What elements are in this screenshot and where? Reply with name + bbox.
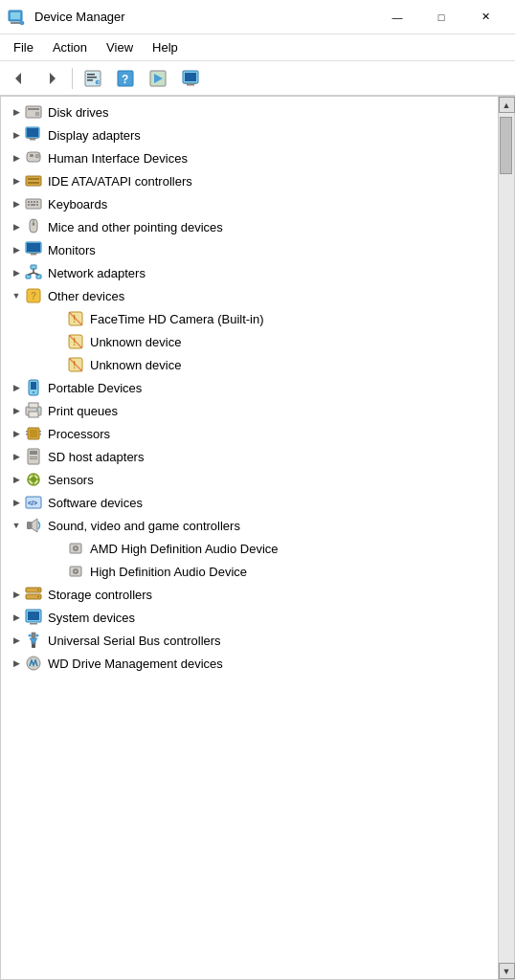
system-icon (24, 608, 43, 627)
tree-item-software-devices[interactable]: ▶</>Software devices (1, 491, 498, 514)
tree-item-monitors[interactable]: ▶Monitors (1, 238, 498, 261)
tree-item-sound-video[interactable]: ▼Sound, video and game controllers (1, 514, 498, 537)
svg-rect-76 (39, 431, 41, 433)
tree-item-print-queues[interactable]: ▶Print queues (1, 399, 498, 422)
scroll-down-arrow[interactable]: ▼ (499, 963, 515, 979)
expand-btn-usb-controllers[interactable]: ▶ (9, 633, 24, 648)
tree-item-portable-devices[interactable]: ▶Portable Devices (1, 376, 498, 399)
svg-point-67 (33, 391, 34, 393)
tree-item-unknown1[interactable]: !Unknown device (1, 330, 498, 353)
menu-file[interactable]: File (4, 36, 43, 58)
item-label-amd-audio: AMD High Definition Audio Device (90, 542, 279, 556)
scroll-up-arrow[interactable]: ▲ (499, 97, 515, 113)
tree-item-sensors[interactable]: ▶Sensors (1, 468, 498, 491)
expand-btn-processors[interactable]: ▶ (9, 426, 24, 441)
svg-rect-20 (26, 106, 41, 118)
device-tree[interactable]: ▶Disk drives▶Display adapters▶Human Inte… (1, 97, 498, 979)
expand-btn-sd-host[interactable]: ▶ (9, 449, 24, 464)
tree-item-wd-drive[interactable]: ▶WD Drive Management devices (1, 652, 498, 675)
processor-icon (24, 424, 43, 443)
svg-rect-38 (28, 204, 30, 206)
tree-item-storage-controllers[interactable]: ▶Storage controllers (1, 583, 498, 606)
collapse-btn-sound-video[interactable]: ▼ (9, 518, 24, 533)
usb-icon (24, 631, 43, 650)
svg-rect-75 (26, 434, 28, 435)
expand-btn-mice[interactable]: ▶ (9, 219, 24, 234)
svg-rect-1 (11, 12, 20, 19)
svg-rect-45 (27, 243, 40, 252)
tree-item-processors[interactable]: ▶Processors (1, 422, 498, 445)
scrollbar[interactable]: ▲ ▼ (498, 97, 514, 979)
expand-btn-print-queues[interactable]: ▶ (9, 403, 24, 418)
item-label-sd-host: SD host adapters (48, 450, 144, 464)
expand-btn-monitors[interactable]: ▶ (9, 242, 24, 257)
menu-bar: File Action View Help (0, 34, 515, 61)
monitor-icon (24, 240, 43, 259)
expand-btn-software-devices[interactable]: ▶ (9, 495, 24, 510)
tree-item-human-interface[interactable]: ▶Human Interface Devices (1, 146, 498, 169)
expand-btn-portable-devices[interactable]: ▶ (9, 380, 24, 395)
svg-point-101 (37, 596, 39, 598)
tree-item-system-devices[interactable]: ▶System devices (1, 606, 498, 629)
expand-btn-sensors[interactable]: ▶ (9, 472, 24, 487)
device-manager-icon-button[interactable] (175, 65, 206, 92)
svg-line-53 (34, 273, 39, 275)
scan-button[interactable] (143, 65, 173, 92)
tree-item-amd-audio[interactable]: AMD High Definition Audio Device (1, 537, 498, 560)
item-label-facetime: FaceTime HD Camera (Built-in) (90, 312, 264, 326)
expand-btn-system-devices[interactable]: ▶ (9, 610, 24, 625)
expand-btn-display-adapters[interactable]: ▶ (9, 127, 24, 143)
menu-help[interactable]: Help (143, 36, 188, 58)
tree-item-other-devices[interactable]: ▼?Other devices (1, 284, 498, 307)
svg-rect-28 (30, 154, 34, 157)
svg-rect-31 (28, 178, 39, 180)
tree-item-facetime[interactable]: !FaceTime HD Camera (Built-in) (1, 307, 498, 330)
svg-rect-21 (28, 108, 39, 110)
svg-point-97 (75, 570, 77, 572)
expand-btn-network-adapters[interactable]: ▶ (9, 265, 24, 280)
svg-rect-19 (185, 83, 196, 84)
network-icon (24, 263, 43, 282)
minimize-button[interactable]: — (375, 0, 419, 34)
tree-item-keyboards[interactable]: ▶Keyboards (1, 192, 498, 215)
svg-rect-48 (31, 265, 36, 269)
item-label-ide-controllers: IDE ATA/ATAPI controllers (48, 174, 192, 189)
tree-item-disk-drives[interactable]: ▶Disk drives (1, 100, 498, 123)
tree-item-ide-controllers[interactable]: ▶IDE ATA/ATAPI controllers (1, 169, 498, 192)
svg-rect-70 (29, 412, 38, 417)
item-label-sound-video: Sound, video and game controllers (48, 519, 240, 533)
tree-item-unknown2[interactable]: !Unknown device (1, 353, 498, 376)
expand-btn-human-interface[interactable]: ▶ (9, 150, 24, 166)
scroll-track[interactable] (499, 113, 514, 963)
expand-btn-wd-drive[interactable]: ▶ (9, 656, 24, 671)
window-controls: — □ ✕ (375, 0, 507, 34)
back-button[interactable] (4, 65, 34, 92)
expand-btn-keyboards[interactable]: ▶ (9, 196, 24, 212)
tree-item-sd-host[interactable]: ▶SD host adapters (1, 445, 498, 468)
tree-item-network-adapters[interactable]: ▶Network adapters (1, 261, 498, 284)
sd-icon (24, 447, 43, 466)
maximize-button[interactable]: □ (419, 0, 463, 34)
expand-btn-storage-controllers[interactable]: ▶ (9, 587, 24, 602)
svg-rect-69 (29, 403, 38, 408)
scroll-thumb[interactable] (500, 117, 512, 174)
svg-rect-30 (26, 176, 41, 186)
close-button[interactable]: ✕ (463, 0, 507, 34)
forward-button[interactable] (36, 65, 67, 92)
menu-action[interactable]: Action (43, 36, 97, 58)
menu-view[interactable]: View (97, 36, 143, 58)
tree-item-mice[interactable]: ▶Mice and other pointing devices (1, 215, 498, 238)
svg-rect-49 (26, 275, 31, 278)
properties-button[interactable]: ? (78, 65, 108, 92)
svg-marker-91 (32, 519, 37, 532)
item-label-sensors: Sensors (48, 473, 94, 487)
help-button[interactable]: ? (110, 65, 141, 92)
tree-item-usb-controllers[interactable]: ▶Universal Serial Bus controllers (1, 629, 498, 652)
expand-btn-ide-controllers[interactable]: ▶ (9, 173, 24, 189)
tree-item-hd-audio[interactable]: High Definition Audio Device (1, 560, 498, 583)
collapse-btn-other-devices[interactable]: ▼ (9, 288, 24, 303)
svg-rect-35 (31, 201, 33, 203)
tree-item-display-adapters[interactable]: ▶Display adapters (1, 123, 498, 146)
expand-btn-disk-drives[interactable]: ▶ (9, 104, 24, 120)
svg-text:?: ? (122, 73, 128, 86)
